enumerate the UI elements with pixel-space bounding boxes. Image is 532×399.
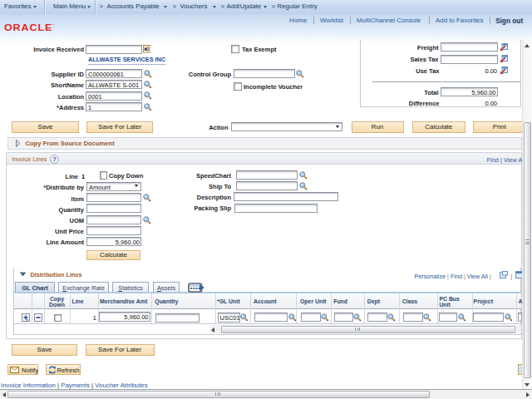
svg-text:?: ? (52, 155, 57, 163)
